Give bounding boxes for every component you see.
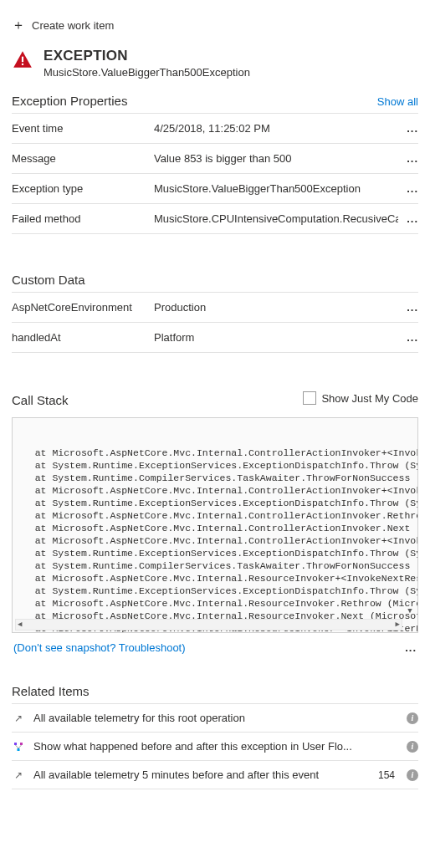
checkbox-box-icon	[303, 391, 316, 405]
related-item-label: All available telemetry 5 minutes before…	[33, 768, 370, 781]
property-key: handledAt	[12, 331, 154, 344]
related-items-title: Related Items	[12, 684, 90, 698]
related-item-count: 154	[378, 769, 398, 781]
call-stack-text[interactable]: at Microsoft.AspNetCore.Mvc.Internal.Con…	[12, 417, 418, 633]
property-key: Event time	[12, 122, 154, 135]
troubleshoot-link[interactable]: (Don't see snapshot? Troubleshoot)	[13, 641, 186, 654]
related-item-row[interactable]: ↗ All available telemetry for this root …	[12, 704, 418, 733]
scroll-left-icon: ◀	[18, 619, 22, 631]
info-icon[interactable]: i	[407, 769, 418, 781]
property-row: Message Value 853 is bigger than 500 ...	[12, 144, 418, 174]
more-icon[interactable]: ...	[398, 301, 418, 314]
property-value: 4/25/2018, 11:25:02 PM	[154, 122, 398, 135]
arrow-icon: ↗	[12, 769, 25, 781]
call-stack-title: Call Stack	[12, 393, 69, 407]
more-icon[interactable]: ...	[398, 122, 418, 135]
property-value: MusicStore.ValueBiggerThan500Exception	[154, 182, 398, 195]
property-value: Production	[154, 301, 398, 314]
property-value: Platform	[154, 331, 398, 344]
create-work-item-button[interactable]: ＋ Create work item	[12, 12, 418, 48]
property-value: MusicStore.CPUIntensiveComputation.Recus…	[154, 212, 398, 225]
svg-rect-2	[14, 743, 17, 745]
exception-properties-table: Event time 4/25/2018, 11:25:02 PM ... Me…	[12, 113, 418, 234]
property-key: Failed method	[12, 212, 154, 225]
svg-rect-4	[18, 748, 20, 751]
related-item-row[interactable]: ↗ All available telemetry 5 minutes befo…	[12, 761, 418, 789]
property-key: AspNetCoreEnvironment	[12, 301, 154, 314]
more-icon[interactable]: ...	[398, 152, 418, 165]
flow-icon	[12, 742, 25, 752]
property-key: Exception type	[12, 182, 154, 195]
more-icon[interactable]: ...	[397, 641, 417, 654]
horizontal-scrollbar[interactable]: ◀ ▶	[15, 619, 402, 631]
show-just-my-code-label: Show Just My Code	[321, 392, 418, 405]
show-just-my-code-checkbox[interactable]: Show Just My Code	[303, 391, 418, 405]
related-item-label: Show what happened before and after this…	[33, 740, 386, 753]
info-icon[interactable]: i	[407, 741, 418, 753]
related-item-row[interactable]: Show what happened before and after this…	[12, 733, 418, 761]
exception-header: EXCEPTION MusicStore.ValueBiggerThan500E…	[12, 48, 418, 79]
property-row: AspNetCoreEnvironment Production ...	[12, 293, 418, 323]
related-items-table: ↗ All available telemetry for this root …	[12, 703, 418, 789]
svg-rect-3	[20, 743, 23, 745]
more-icon[interactable]: ...	[398, 212, 418, 225]
related-item-label: All available telemetry for this root op…	[33, 712, 386, 724]
arrow-icon: ↗	[12, 712, 25, 724]
warning-icon	[12, 49, 33, 71]
plus-icon: ＋	[12, 17, 25, 34]
exception-properties-title: Exception Properties	[12, 94, 127, 108]
custom-data-table: AspNetCoreEnvironment Production ... han…	[12, 292, 418, 353]
property-row: Event time 4/25/2018, 11:25:02 PM ...	[12, 114, 418, 144]
property-row: Exception type MusicStore.ValueBiggerTha…	[12, 174, 418, 204]
property-row: handledAt Platform ...	[12, 323, 418, 353]
exception-heading: EXCEPTION	[44, 48, 250, 64]
custom-data-title: Custom Data	[12, 273, 85, 287]
scroll-right-icon: ▶	[396, 619, 400, 631]
svg-rect-1	[22, 64, 23, 65]
more-icon[interactable]: ...	[398, 182, 418, 195]
property-value: Value 853 is bigger than 500	[154, 152, 398, 165]
property-row: Failed method MusicStore.CPUIntensiveCom…	[12, 204, 418, 234]
scroll-down-icon[interactable]: ▼	[404, 605, 416, 617]
more-icon[interactable]: ...	[398, 331, 418, 344]
property-key: Message	[12, 152, 154, 165]
show-all-link[interactable]: Show all	[377, 95, 418, 108]
svg-rect-0	[22, 57, 23, 63]
info-icon[interactable]: i	[407, 712, 418, 724]
create-work-item-label: Create work item	[32, 19, 114, 32]
exception-type-name: MusicStore.ValueBiggerThan500Exception	[44, 66, 250, 79]
